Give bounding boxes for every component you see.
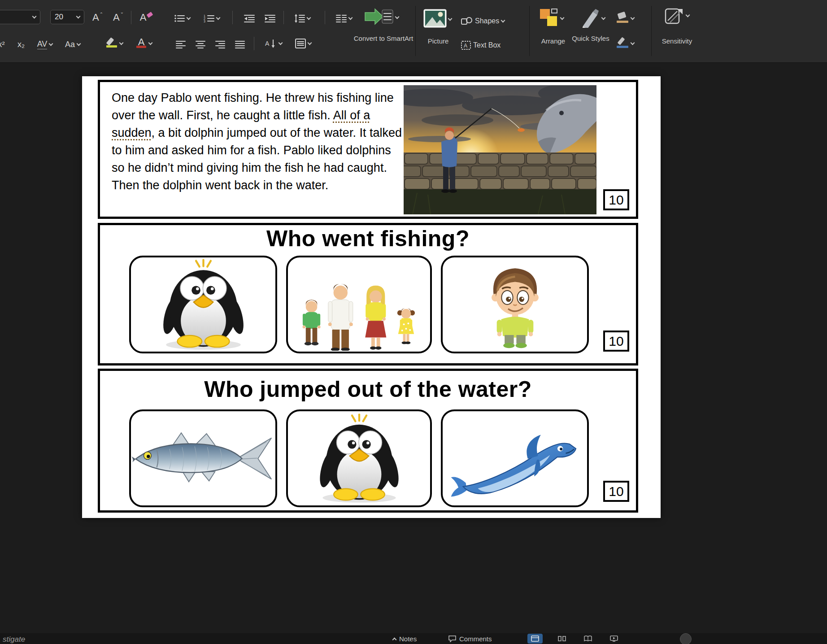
question2-box[interactable]: Who jumped out of the water? [98, 369, 638, 513]
slide-sorter-view-button[interactable] [554, 634, 570, 644]
answer-card-family[interactable] [286, 256, 432, 353]
text-direction-button[interactable]: A [261, 35, 286, 52]
smartart-label: Convert to SmartArt [345, 34, 422, 43]
quick-styles-button[interactable] [579, 8, 605, 28]
points-badge-question2[interactable]: 10 [603, 481, 629, 502]
answer-card-fish[interactable] [129, 409, 277, 507]
picture-button[interactable] [423, 9, 452, 28]
svg-text:A: A [464, 43, 467, 49]
dolphin-image [450, 414, 580, 502]
font-name-combobox[interactable] [0, 10, 40, 24]
text-box-button[interactable]: A Text Box [461, 37, 522, 54]
normal-view-button[interactable] [527, 634, 543, 644]
arrange-button[interactable] [539, 8, 564, 27]
decrease-indent-button[interactable] [240, 10, 258, 27]
answer-card-penguin[interactable] [129, 256, 277, 353]
justify-button[interactable] [231, 36, 248, 53]
columns-button[interactable] [333, 10, 355, 27]
align-text-button[interactable] [291, 35, 316, 52]
chevron-down-icon [49, 42, 53, 46]
subscript-button[interactable]: x₂ [13, 36, 30, 53]
increase-indent-button[interactable] [261, 10, 279, 27]
align-left-button[interactable] [172, 36, 189, 53]
align-right-icon [215, 40, 225, 48]
decrease-font-size-button[interactable]: Aˇ [109, 9, 127, 26]
text-highlight-color-button[interactable] [101, 35, 127, 52]
chevron-down-icon [119, 41, 124, 45]
account-avatar[interactable] [680, 633, 692, 644]
change-case-button[interactable]: Aa [60, 36, 85, 53]
font-size-combobox[interactable]: 20 [50, 10, 84, 24]
slideshow-view-button[interactable] [606, 634, 622, 644]
comments-label: Comments [459, 635, 492, 643]
letter-a-glyph: A [113, 13, 120, 22]
picture-label: Picture [414, 37, 463, 45]
story-text-after: , a bit dolphin jumped out of the water.… [112, 126, 402, 192]
convert-to-smartart-button[interactable] [364, 7, 399, 26]
numbering-button[interactable]: 123 [201, 10, 222, 27]
paint-bucket-icon [616, 12, 629, 25]
chevron-down-icon [32, 14, 37, 19]
text-box-label: Text Box [473, 41, 501, 49]
picture-icon [423, 9, 447, 28]
character-spacing-button[interactable]: AV [32, 36, 57, 53]
bullets-button[interactable] [171, 10, 193, 27]
shape-outline-button[interactable] [613, 35, 638, 52]
line-spacing-button[interactable] [291, 10, 314, 27]
notes-label: Notes [399, 635, 417, 643]
line-spacing-icon [294, 14, 305, 23]
question1-title: Who went fishing? [100, 226, 636, 252]
font-color-button[interactable]: A [131, 35, 157, 52]
bulleted-list-icon [174, 14, 185, 23]
align-center-icon [196, 40, 205, 48]
superscript-button[interactable]: x² [0, 36, 8, 53]
comments-toggle-button[interactable]: Comments [448, 633, 492, 644]
quick-styles-label: Quick Styles [570, 34, 611, 43]
question1-box[interactable]: Who went fishing? [98, 223, 638, 366]
svg-text:3: 3 [204, 20, 205, 23]
reading-view-button[interactable] [580, 634, 596, 644]
answer-card-dolphin[interactable] [441, 409, 589, 507]
story-text-box[interactable]: One day Pablo went fishing. He threw his… [98, 80, 638, 219]
subscript-glyph: x₂ [17, 40, 25, 49]
fishing-dolphin-photo[interactable] [404, 85, 596, 214]
justify-icon [235, 40, 245, 48]
chevron-down-icon [686, 13, 690, 17]
penguin-image [153, 258, 254, 351]
caret-up-icon: ˆ [100, 12, 102, 18]
numbered-list-icon: 123 [204, 14, 214, 23]
chevron-down-icon [501, 18, 505, 23]
align-center-button[interactable] [192, 36, 209, 53]
shapes-button[interactable]: Shapes [461, 13, 522, 30]
shape-fill-button[interactable] [613, 10, 638, 27]
ribbon-toolbar: 20 Aˆ Aˇ A 123 [0, 0, 827, 63]
quick-styles-icon [579, 8, 600, 28]
shapes-icon [461, 17, 473, 25]
shapes-label: Shapes [475, 17, 499, 25]
increase-font-size-button[interactable]: Aˆ [88, 9, 107, 26]
chevron-down-icon [279, 41, 283, 45]
align-right-button[interactable] [212, 36, 229, 53]
arrange-icon [539, 8, 559, 27]
answer-card-penguin2[interactable] [286, 409, 432, 507]
status-bar: stigate Notes Comments [0, 633, 827, 644]
family-image [293, 258, 425, 351]
char-spacing-glyph: AV [37, 39, 48, 49]
slide-sorter-icon [558, 635, 566, 642]
sensitivity-button[interactable] [664, 6, 689, 26]
slide: One day Pablo went fishing. He threw his… [82, 76, 661, 518]
answer-card-boy[interactable] [441, 256, 589, 353]
arrange-label: Arrange [532, 37, 575, 45]
points-badge-story[interactable]: 10 [603, 189, 629, 210]
story-paragraph: One day Pablo went fishing. He threw his… [112, 89, 402, 194]
notes-toggle-button[interactable]: Notes [393, 633, 417, 644]
divider [325, 11, 325, 24]
chevron-down-icon [187, 16, 191, 20]
points-badge-question1[interactable]: 10 [603, 331, 629, 352]
align-text-icon [295, 39, 306, 48]
sensitivity-label: Sensitivity [656, 37, 698, 45]
chevron-down-icon [308, 41, 312, 45]
clear-formatting-button[interactable]: A [135, 9, 157, 26]
chevron-down-icon [560, 16, 565, 20]
superscript-glyph: x² [0, 40, 5, 49]
